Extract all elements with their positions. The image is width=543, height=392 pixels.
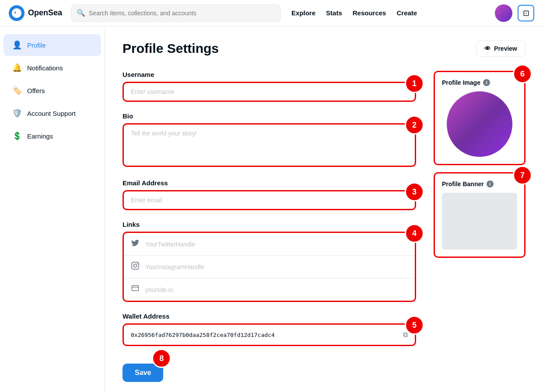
sidebar-label-offers: Offers <box>27 87 45 94</box>
avatar[interactable] <box>495 4 512 22</box>
badge-1: 1 <box>405 74 424 93</box>
offers-icon: 🏷️ <box>12 86 22 95</box>
eye-icon: 👁 <box>484 45 490 52</box>
sidebar-label-profile: Profile <box>27 42 46 49</box>
profile-image-info-icon[interactable]: i <box>483 79 490 86</box>
username-label: Username <box>123 71 416 78</box>
profile-banner-preview[interactable] <box>442 193 517 250</box>
opensea-logo-icon <box>9 5 25 21</box>
twitter-link-item <box>124 233 415 256</box>
wallet-label: Wallet Address <box>123 312 416 320</box>
twitter-input[interactable] <box>145 241 408 248</box>
badge-4: 4 <box>405 224 424 243</box>
username-wrapper: 1 <box>123 82 416 102</box>
search-input[interactable] <box>89 10 275 17</box>
links-box <box>123 232 416 302</box>
sidebar-item-account-support[interactable]: 🛡️ Account Support <box>4 102 101 124</box>
badge-3: 3 <box>405 182 424 201</box>
profile-banner-box: Profile Banner i 7 <box>434 172 525 258</box>
instagram-input[interactable] <box>145 264 408 271</box>
username-field-group: Username 1 <box>123 71 416 102</box>
sidebar-label-account-support: Account Support <box>27 110 76 117</box>
sidebar-item-offers[interactable]: 🏷️ Offers <box>4 80 101 101</box>
wallet-field-group: Wallet Address 0x26956fad76297b0daa258f2… <box>123 312 416 346</box>
main-content: Profile Settings 👁 Preview Username 1 <box>105 26 543 392</box>
username-input[interactable] <box>123 82 416 102</box>
website-link-item <box>124 278 415 301</box>
bio-wrapper: 2 <box>123 123 416 169</box>
save-button-wrapper: Save 8 <box>123 357 163 382</box>
links-label: Links <box>123 221 416 228</box>
bio-textarea[interactable] <box>123 123 416 167</box>
profile-image-box: Profile Image i 6 <box>434 71 525 165</box>
sidebar-item-earnings[interactable]: 💲 Earnings <box>4 125 101 147</box>
copy-icon[interactable]: ⧉ <box>403 331 408 339</box>
earnings-icon: 💲 <box>12 131 22 141</box>
notifications-icon: 🔔 <box>12 63 22 73</box>
preview-button[interactable]: 👁 Preview <box>476 40 525 57</box>
instagram-icon <box>131 262 140 272</box>
nav-create[interactable]: Create <box>396 9 417 17</box>
nav-stats[interactable]: Stats <box>326 9 342 17</box>
sidebar-label-notifications: Notifications <box>27 64 63 72</box>
page-title: Profile Settings <box>123 41 219 56</box>
profile-banner-label: Profile Banner i <box>442 180 517 187</box>
bio-field-group: Bio 2 <box>123 112 416 169</box>
badge-5: 5 <box>405 316 424 335</box>
profile-image-preview[interactable] <box>447 91 512 157</box>
header-actions: ⊡ <box>495 4 534 22</box>
profile-image-label: Profile Image i <box>442 79 517 86</box>
nav-explore[interactable]: Explore <box>291 9 315 17</box>
badge-6: 6 <box>513 64 532 83</box>
website-icon <box>131 284 140 295</box>
preview-label: Preview <box>494 45 517 52</box>
email-input[interactable] <box>123 190 416 210</box>
search-bar[interactable]: 🔍 <box>71 4 281 22</box>
links-field-group: Links <box>123 221 416 302</box>
sidebar: 👤 Profile 🔔 Notifications 🏷️ Offers 🛡️ A… <box>0 26 105 392</box>
profile-icon: 👤 <box>12 40 22 50</box>
wallet-address: 0x26956fad76297b0daa258f2cea70fd12d17cad… <box>131 332 275 338</box>
website-input[interactable] <box>145 286 408 293</box>
wallet-icon[interactable]: ⊡ <box>518 5 534 21</box>
layout: 👤 Profile 🔔 Notifications 🏷️ Offers 🛡️ A… <box>0 26 543 392</box>
main-nav: Explore Stats Resources Create <box>291 9 417 17</box>
sidebar-item-notifications[interactable]: 🔔 Notifications <box>4 57 101 79</box>
badge-2: 2 <box>405 115 424 135</box>
page-header: Profile Settings 👁 Preview <box>123 40 525 57</box>
form-layout: Username 1 Bio 2 Email Address <box>123 71 525 382</box>
form-left: Username 1 Bio 2 Email Address <box>123 71 416 382</box>
profile-banner-info-icon[interactable]: i <box>487 180 494 187</box>
svg-rect-0 <box>132 285 139 291</box>
search-icon: 🔍 <box>77 9 85 17</box>
account-support-icon: 🛡️ <box>12 108 22 118</box>
links-wrapper: 4 <box>123 232 416 302</box>
logo-text: OpenSea <box>28 8 62 17</box>
header: OpenSea 🔍 Explore Stats Resources Create… <box>0 0 543 26</box>
bio-label: Bio <box>123 112 416 120</box>
badge-7: 7 <box>513 166 532 185</box>
instagram-link-item <box>124 256 415 278</box>
email-field-group: Email Address 3 <box>123 179 416 210</box>
twitter-icon <box>131 239 140 249</box>
badge-8: 8 <box>152 349 171 368</box>
logo[interactable]: OpenSea <box>9 5 62 21</box>
email-label: Email Address <box>123 179 416 187</box>
email-wrapper: 3 <box>123 190 416 210</box>
wallet-box: 0x26956fad76297b0daa258f2cea70fd12d17cad… <box>123 323 416 346</box>
sidebar-label-earnings: Earnings <box>27 132 53 140</box>
form-right: Profile Image i 6 Profile Banner i 7 <box>434 71 525 382</box>
nav-resources[interactable]: Resources <box>353 9 386 17</box>
sidebar-item-profile[interactable]: 👤 Profile <box>4 34 101 56</box>
wallet-wrapper: 0x26956fad76297b0daa258f2cea70fd12d17cad… <box>123 323 416 346</box>
